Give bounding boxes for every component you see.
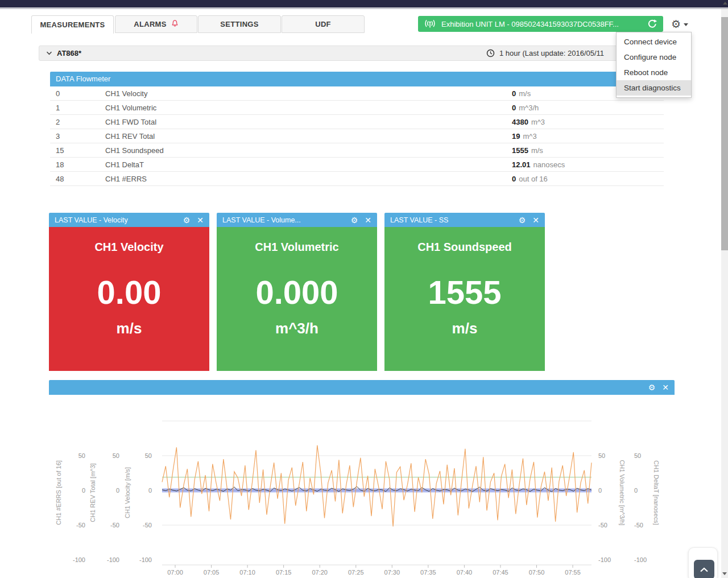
svg-text:CH1 Velocity [m/s]: CH1 Velocity [m/s] (124, 467, 131, 518)
card-header-title: LAST VALUE - Volume... (222, 216, 344, 224)
chevron-down-icon (684, 23, 688, 26)
row-value-group: 19m^3 (512, 129, 537, 143)
svg-text:07:05: 07:05 (204, 569, 220, 576)
row-index: 0 (56, 86, 60, 101)
menu-item-configure-node[interactable]: Configure node (617, 49, 691, 65)
row-value: 0 (512, 104, 516, 112)
refresh-icon[interactable] (647, 19, 657, 29)
card-metric-value: 0.00 (49, 274, 209, 311)
table-row: 2CH1 FWD Total4380m^3 (50, 115, 664, 129)
tab-label: MEASUREMENTS (40, 20, 105, 29)
row-unit: m^3/h (519, 104, 539, 112)
top-navy-bar (0, 0, 728, 7)
top-bar-divider (0, 7, 728, 9)
settings-dropdown-menu: Connect deviceConfigure nodeReboot nodeS… (616, 32, 692, 98)
card-header-title: LAST VALUE - SS (390, 216, 512, 224)
tab-udf[interactable]: UDF (282, 15, 365, 33)
row-index: 15 (56, 143, 64, 158)
card-metric-unit: m/s (384, 320, 545, 337)
svg-text:07:10: 07:10 (239, 569, 255, 576)
card-header: LAST VALUE - Volume...⚙✕ (217, 213, 377, 227)
last-value-card-3: LAST VALUE - SS⚙✕CH1 Soundspeed1555m/s (384, 213, 545, 371)
close-icon[interactable]: ✕ (365, 216, 371, 224)
svg-text:07:30: 07:30 (384, 569, 400, 576)
clock-icon (486, 49, 495, 57)
table-row: 48CH1 #ERRS0out of 16 (50, 172, 664, 186)
svg-text:CH1 #ERRS [out of 16]: CH1 #ERRS [out of 16] (55, 460, 62, 525)
scrollbar-thumb[interactable] (721, 17, 728, 250)
timeseries-chart: 505050505000000-50-50-50-50-50-100-100-1… (49, 395, 675, 578)
tab-label: ALARMS (134, 20, 166, 28)
row-name: CH1 #ERRS (105, 172, 147, 186)
tab-alarms[interactable]: ALARMS (115, 15, 197, 33)
row-value-group: 4380m^3 (512, 115, 545, 129)
gear-icon[interactable]: ⚙ (519, 216, 526, 224)
svg-text:07:15: 07:15 (276, 569, 292, 576)
svg-text:07:20: 07:20 (312, 569, 328, 576)
tab-measurements[interactable]: MEASUREMENTS (31, 15, 114, 34)
table-row: 0CH1 Velocity0m/s (50, 86, 664, 101)
back-to-top-button[interactable] (694, 560, 714, 578)
card-header: LAST VALUE - SS⚙✕ (384, 213, 545, 227)
svg-text:07:35: 07:35 (420, 569, 436, 576)
card-metric-unit: m/s (49, 320, 209, 337)
gear-icon[interactable]: ⚙ (648, 383, 656, 391)
menu-item-start-diagnostics[interactable]: Start diagnostics (617, 80, 691, 96)
tab-settings[interactable]: SETTINGS (198, 15, 281, 33)
last-update-text: 1 hour (Last update: 2016/05/11 (499, 49, 604, 57)
row-value: 4380 (512, 118, 528, 126)
svg-text:07:55: 07:55 (565, 569, 581, 576)
svg-text:50: 50 (145, 452, 152, 459)
scrollbar-up-arrow-icon[interactable] (723, 2, 727, 5)
table-rows: 0CH1 Velocity0m/s1CH1 Volumetric0m^3/h2C… (50, 86, 664, 186)
last-value-card-1: LAST VALUE - Velocity⚙✕CH1 Velocity0.00m… (49, 213, 209, 371)
node-settings-button[interactable]: ⚙ (669, 16, 690, 32)
scrollbar-down-arrow-icon[interactable] (722, 572, 727, 575)
card-body: CH1 Soundspeed1555m/s (384, 227, 545, 371)
device-label: Exhibition UNIT LM - 0985024341593037DC0… (441, 20, 642, 28)
svg-text:CH1 Volumetric [m^3/h]: CH1 Volumetric [m^3/h] (619, 460, 626, 525)
svg-text:07:25: 07:25 (348, 569, 364, 576)
svg-text:-50: -50 (634, 522, 643, 529)
connected-device-button[interactable]: Exhibition UNIT LM - 0985024341593037DC0… (418, 16, 663, 32)
row-value: 0 (512, 175, 516, 183)
row-value: 12.01 (512, 160, 531, 169)
data-flowmeter-table: DATA Flowmeter 0CH1 Velocity0m/s1CH1 Vol… (50, 72, 664, 186)
svg-text:07:45: 07:45 (493, 569, 508, 576)
row-index: 2 (56, 115, 60, 129)
device-panel-header[interactable]: AT868* 1 hour (Last update: 2016/05/11 (39, 46, 671, 61)
row-value-group: 0m^3/h (512, 101, 539, 115)
menu-item-reboot-node[interactable]: Reboot node (617, 65, 691, 80)
row-value-group: 0m/s (512, 86, 531, 101)
svg-text:07:50: 07:50 (529, 569, 545, 576)
row-value-group: 12.01nanosecs (512, 158, 565, 172)
close-icon[interactable]: ✕ (197, 216, 204, 224)
row-value: 19 (512, 132, 520, 141)
gear-icon[interactable]: ⚙ (183, 216, 191, 224)
svg-text:-100: -100 (73, 556, 85, 563)
gear-icon[interactable]: ⚙ (351, 216, 358, 224)
svg-text:50: 50 (113, 452, 119, 459)
table-row: 3CH1 REV Total19m^3 (50, 129, 664, 143)
svg-text:-50: -50 (76, 522, 85, 529)
dashboard-screen: MEASUREMENTSALARMSSETTINGSUDF Exhibition… (0, 0, 728, 578)
close-icon[interactable]: ✕ (532, 216, 539, 224)
svg-text:0: 0 (116, 487, 119, 494)
svg-text:-50: -50 (143, 522, 152, 529)
svg-text:0: 0 (598, 487, 602, 494)
svg-text:50: 50 (78, 452, 85, 459)
row-name: CH1 Soundspeed (105, 143, 164, 158)
tab-label: UDF (315, 20, 331, 28)
row-value: 0 (512, 89, 516, 98)
svg-text:-100: -100 (107, 556, 119, 563)
card-metric-value: 1555 (384, 274, 545, 311)
svg-text:CH1 DeltaT [nanosecs]: CH1 DeltaT [nanosecs] (653, 460, 660, 525)
card-body: CH1 Volumetric0.000m^3/h (217, 227, 377, 371)
svg-text:-50: -50 (110, 522, 119, 529)
menu-item-connect-device[interactable]: Connect device (617, 34, 691, 49)
row-unit: out of 16 (519, 175, 548, 183)
row-index: 18 (56, 158, 64, 172)
close-icon[interactable]: ✕ (662, 383, 669, 391)
svg-text:-100: -100 (634, 556, 647, 563)
chart-panel-header: ⚙ ✕ (49, 380, 675, 395)
